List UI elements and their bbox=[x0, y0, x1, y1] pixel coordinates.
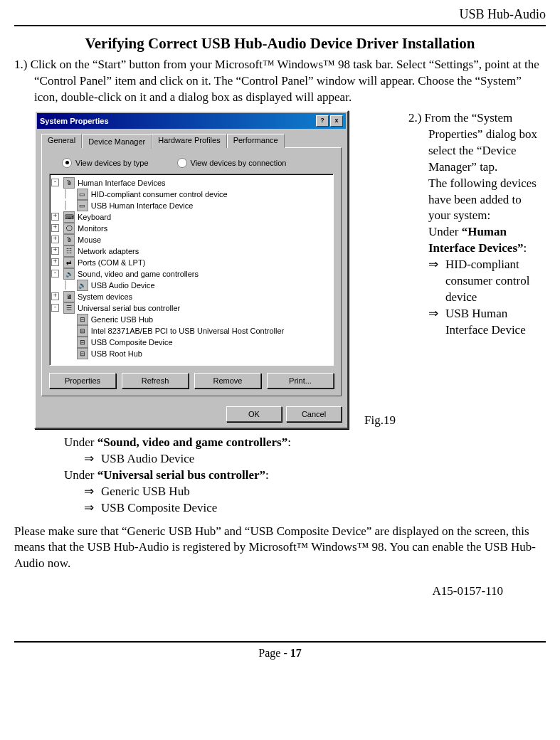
hid-item-2: USB Human Interface Device bbox=[445, 306, 546, 339]
tree-usb[interactable]: Universal serial bus controller bbox=[78, 302, 180, 314]
tab-device-manager[interactable]: Device Manager bbox=[82, 134, 152, 149]
tree-usb4[interactable]: USB Root Hub bbox=[91, 348, 142, 359]
usb-icon: ☰ bbox=[63, 302, 75, 314]
properties-button[interactable]: Properties bbox=[49, 373, 116, 388]
step-2-num: 2.) bbox=[408, 111, 421, 125]
page-number: Page - 17 bbox=[14, 647, 546, 660]
device-icon: ▭ bbox=[77, 189, 88, 200]
arrow-icon: ⇒ bbox=[84, 500, 101, 517]
ok-button[interactable]: OK bbox=[226, 406, 282, 422]
expand-icon[interactable]: + bbox=[51, 236, 59, 243]
arrow-icon: ⇒ bbox=[428, 257, 445, 306]
print-button[interactable]: Print... bbox=[267, 373, 334, 388]
titlebar-text: System Properties bbox=[40, 117, 109, 125]
continued-lists: Under “Sound, video and game controllers… bbox=[14, 435, 546, 517]
under-usb-bold: “Universal serial bus controller” bbox=[97, 468, 265, 482]
tab-general[interactable]: General bbox=[41, 134, 82, 148]
arrow-icon: ⇒ bbox=[84, 451, 101, 467]
hid-icon: 🖱 bbox=[63, 177, 75, 189]
figure-caption: Fig.19 bbox=[364, 413, 396, 429]
radio-by-connection[interactable]: View devices by connection bbox=[177, 158, 287, 168]
header-product: USB Hub-Audio bbox=[14, 7, 546, 22]
expand-icon[interactable]: + bbox=[51, 258, 59, 266]
close-icon[interactable]: x bbox=[330, 115, 343, 127]
tree-net[interactable]: Network adapters bbox=[78, 245, 139, 257]
tree-usb2[interactable]: Intel 82371AB/EB PCI to USB Universal Ho… bbox=[91, 325, 284, 337]
system-icon: 🖥 bbox=[63, 291, 75, 302]
collapse-icon[interactable]: - bbox=[51, 270, 59, 278]
tree-hid1[interactable]: HID-compliant consumer control device bbox=[91, 189, 228, 200]
network-icon: ☷ bbox=[63, 245, 75, 257]
tree-sys[interactable]: System devices bbox=[78, 291, 132, 302]
device-icon: ▭ bbox=[77, 200, 88, 211]
tree-mon[interactable]: Monitors bbox=[78, 223, 107, 234]
tree-svg[interactable]: Sound, video and game controllers bbox=[78, 268, 199, 280]
device-tree[interactable]: -🖱Human Interface Devices │ ▭HID-complia… bbox=[49, 174, 334, 366]
ports-icon: ⇄ bbox=[63, 257, 75, 268]
under-svg-pre: Under bbox=[64, 435, 97, 449]
mouse-icon: 🖱 bbox=[63, 234, 75, 245]
divider-bottom bbox=[14, 641, 546, 643]
colon: : bbox=[265, 468, 269, 482]
radio-by-type[interactable]: View devices by type bbox=[62, 158, 149, 168]
refresh-button[interactable]: Refresh bbox=[122, 373, 189, 388]
device-icon: 🔊 bbox=[77, 280, 88, 291]
device-icon: ⊟ bbox=[77, 337, 88, 348]
tab-hardware-profiles[interactable]: Hardware Profiles bbox=[152, 134, 226, 148]
tab-panel: View devices by type View devices by con… bbox=[41, 147, 342, 396]
expand-icon[interactable]: + bbox=[51, 224, 59, 232]
tree-kb[interactable]: Keyboard bbox=[78, 211, 111, 223]
section-title: Verifying Correct USB Hub-Audio Device D… bbox=[14, 35, 546, 53]
tree-svg1[interactable]: USB Audio Device bbox=[91, 280, 155, 291]
collapse-icon[interactable]: - bbox=[51, 179, 59, 186]
step-2: 2.) From the “System Properties” dialog … bbox=[408, 110, 546, 339]
svg-item-1: USB Audio Device bbox=[101, 451, 194, 467]
arrow-icon: ⇒ bbox=[428, 306, 445, 339]
remove-button[interactable]: Remove bbox=[194, 373, 261, 388]
radio-dot-icon bbox=[177, 158, 187, 168]
expand-icon[interactable]: + bbox=[51, 292, 59, 300]
device-icon: ⊟ bbox=[77, 314, 88, 325]
step-1: 1.) Click on the “Start” button from you… bbox=[14, 57, 546, 106]
device-icon: ⊟ bbox=[77, 325, 88, 337]
tree-ports[interactable]: Ports (COM & LPT) bbox=[78, 257, 145, 268]
tree-hid[interactable]: Human Interface Devices bbox=[78, 177, 166, 189]
collapse-icon[interactable]: - bbox=[51, 304, 59, 312]
titlebar: System Properties ? x bbox=[37, 113, 346, 129]
arrow-icon: ⇒ bbox=[84, 484, 101, 500]
help-icon[interactable]: ? bbox=[316, 115, 329, 127]
step-2-l1: From the “System Properties” dialog box … bbox=[425, 111, 537, 174]
tree-usb3[interactable]: USB Composite Device bbox=[91, 337, 173, 348]
sound-icon: 🔊 bbox=[63, 268, 75, 280]
under-usb-pre: Under bbox=[64, 468, 97, 482]
step-1-num: 1.) bbox=[14, 58, 27, 71]
page-label-pre: Page - bbox=[258, 647, 290, 659]
cancel-button[interactable]: Cancel bbox=[286, 406, 342, 422]
under-hid-colon: : bbox=[524, 241, 527, 255]
tabs: General Device Manager Hardware Profiles… bbox=[37, 129, 346, 147]
expand-icon[interactable]: + bbox=[51, 213, 59, 221]
step-1-text: Click on the “Start” button from your Mi… bbox=[31, 58, 539, 104]
monitor-icon: 🖵 bbox=[63, 223, 75, 234]
tree-mouse[interactable]: Mouse bbox=[78, 234, 101, 245]
under-hid-pre: Under bbox=[428, 225, 462, 238]
expand-icon[interactable]: + bbox=[51, 247, 59, 255]
document-number: A15-0157-110 bbox=[14, 584, 546, 598]
system-properties-dialog: System Properties ? x General Device Man… bbox=[34, 110, 349, 429]
hid-item-1: HID-compliant consumer control device bbox=[445, 257, 546, 306]
keyboard-icon: ⌨ bbox=[63, 211, 75, 223]
tree-hid2[interactable]: USB Human Interface Device bbox=[91, 200, 194, 211]
tree-usb1[interactable]: Generic USB Hub bbox=[91, 314, 153, 325]
radio-dot-icon bbox=[62, 158, 72, 168]
footer-paragraph: Please make sure that “Generic USB Hub” … bbox=[14, 524, 546, 573]
page-label-num: 17 bbox=[290, 647, 302, 659]
usb-item-1: Generic USB Hub bbox=[101, 484, 190, 500]
tab-performance[interactable]: Performance bbox=[227, 134, 285, 148]
colon: : bbox=[287, 435, 291, 449]
radio-by-connection-label: View devices by connection bbox=[191, 159, 287, 167]
device-icon: ⊟ bbox=[77, 348, 88, 359]
radio-by-type-label: View devices by type bbox=[75, 159, 149, 167]
under-svg-bold: “Sound, video and game controllers” bbox=[97, 435, 287, 449]
divider-top bbox=[14, 25, 546, 26]
step-2-l2: The following devices have been added to… bbox=[408, 176, 546, 225]
